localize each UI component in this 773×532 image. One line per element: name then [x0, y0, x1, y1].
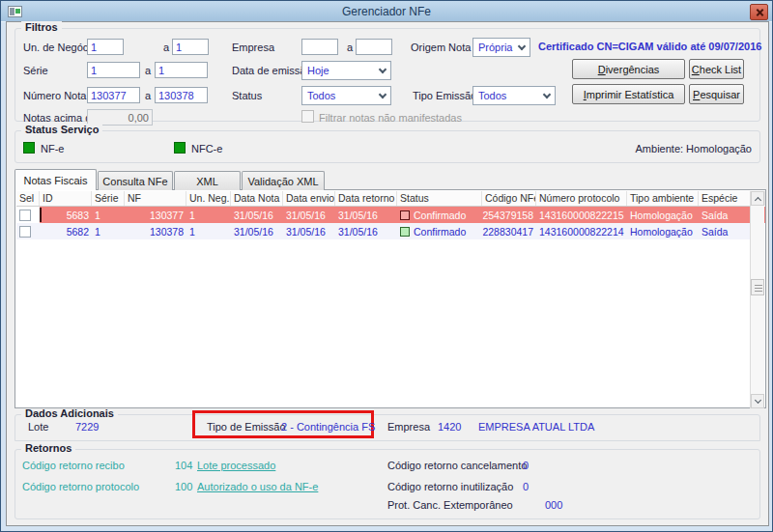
- ambiente-label: Ambiente: Homologação: [636, 143, 752, 154]
- col-sel[interactable]: Sel: [16, 191, 40, 206]
- cell-data-nota: 31/05/16: [231, 223, 283, 239]
- status-servico-legend: Status Serviço: [21, 124, 102, 135]
- status-select[interactable]: Todos: [301, 86, 391, 105]
- col-data-envio[interactable]: Data envio: [283, 191, 335, 206]
- col-numero-protocolo[interactable]: Número protocolo: [536, 191, 627, 206]
- pesquisar-button-label: P: [693, 89, 700, 100]
- serie-label: Série: [23, 65, 48, 76]
- data-emissao-label: Data de emissão: [232, 65, 312, 76]
- cell-numero-protocolo: 143160000822214: [536, 223, 627, 239]
- nfe-label: NF-e: [41, 143, 64, 154]
- cell-data-retorno: 31/05/16: [335, 223, 397, 239]
- cell-nf: 130378: [125, 223, 186, 239]
- tab-validacao-xml[interactable]: Validação XML: [242, 171, 325, 190]
- numero-nota-label: Número Nota: [23, 90, 86, 101]
- empresa-from-input[interactable]: [301, 39, 338, 55]
- col-data-retorno[interactable]: Data retorno: [335, 191, 397, 206]
- chevron-down-icon: [518, 42, 526, 49]
- cell-un-neg: 1: [186, 207, 231, 223]
- col-serie[interactable]: Série: [92, 191, 125, 206]
- tipo-emissao-label: Tipo Emissão: [413, 90, 476, 101]
- col-codigo-nfe[interactable]: Código NFe: [482, 191, 536, 206]
- notas-acima-label: Notas acima de: [23, 112, 97, 124]
- certificado-text: Certificado CN=CIGAM válido até 09/07/20…: [538, 41, 761, 52]
- notas-grid-panel: Sel ID Série NF Un. Neg. Data Nota Data …: [14, 189, 766, 408]
- serie-to-input[interactable]: [155, 62, 208, 78]
- cell-data-envio: 31/05/16: [283, 207, 335, 223]
- cell-nf: 130377: [125, 207, 186, 223]
- data-emissao-select[interactable]: Hoje: [301, 61, 391, 80]
- status-filter-label: Status: [232, 90, 262, 101]
- chevron-down-icon: [379, 90, 386, 98]
- un-negocio-label: Un. de Negócio: [23, 42, 97, 53]
- arrow-up-icon: [754, 196, 760, 203]
- numero-nota-to-input[interactable]: [155, 87, 208, 103]
- tipo-emissao-select[interactable]: Todos: [472, 86, 556, 105]
- cell-data-nota: 31/05/16: [231, 207, 283, 223]
- empresa-to-input[interactable]: [356, 39, 392, 55]
- prot-canc-extemporaneo-value: 000: [545, 499, 562, 511]
- retorno-protocolo-code: 100: [175, 481, 192, 492]
- table-row[interactable]: 5683 1 130377 1 31/05/16 31/05/16 31/05/…: [16, 207, 750, 223]
- un-negocio-from-input[interactable]: [87, 39, 124, 55]
- lote-value: 7229: [75, 421, 99, 433]
- row-checkbox[interactable]: [19, 226, 31, 238]
- grip-icon: [755, 285, 762, 286]
- status-select-value: Todos: [307, 90, 335, 101]
- imprimir-estatistica-button[interactable]: Imprimir Estatística: [572, 84, 685, 104]
- retorno-recibo-label: Código retorno recibo: [22, 460, 125, 471]
- divergencias-button[interactable]: Divergências: [572, 59, 685, 79]
- col-data-nota[interactable]: Data Nota: [231, 191, 283, 206]
- title-bar: Gerenciador NFe: [1, 1, 772, 22]
- col-nf[interactable]: NF: [125, 191, 186, 206]
- chevron-down-icon: [379, 65, 386, 72]
- retorno-recibo-link[interactable]: Lote processado: [197, 460, 275, 471]
- row-checkbox[interactable]: [19, 210, 31, 221]
- col-tipo-ambiente[interactable]: Tipo ambiente: [627, 191, 699, 206]
- retorno-protocolo-label: Código retorno protocolo: [22, 481, 139, 492]
- un-negocio-to-input[interactable]: [172, 39, 209, 55]
- pesquisar-button[interactable]: Pesquisar: [689, 84, 744, 104]
- lote-label: Lote: [28, 421, 48, 433]
- close-button[interactable]: [750, 4, 768, 20]
- status-confirmado-icon: [400, 227, 410, 237]
- empresa-name: EMPRESA ATUAL LTDA: [478, 421, 594, 433]
- tab-consulta-nfe[interactable]: Consulta NFe: [98, 171, 173, 190]
- retorno-protocolo-link[interactable]: Autorizado o uso da NF-e: [197, 481, 318, 492]
- tab-notas-fiscais[interactable]: Notas Fiscais: [14, 169, 97, 190]
- nfe-status-indicator: [23, 142, 35, 154]
- filtrar-nao-manifestadas-checkbox: [301, 110, 314, 123]
- origem-nota-label: Origem Nota: [411, 42, 471, 53]
- status-confirmado-icon: [400, 210, 410, 220]
- scroll-down-button[interactable]: [751, 394, 764, 408]
- filtros-legend: Filtros: [21, 21, 62, 33]
- table-row[interactable]: 5682 1 130378 1 31/05/16 31/05/16 31/05/…: [16, 223, 750, 239]
- serie-from-input[interactable]: [87, 62, 140, 78]
- cell-data-envio: 31/05/16: [283, 223, 335, 239]
- scroll-up-button[interactable]: [751, 191, 764, 206]
- cell-un-neg: 1: [186, 223, 231, 239]
- retorno-inutilizacao-label: Código retorno inutilização: [387, 481, 513, 492]
- nfce-label: NFC-e: [191, 143, 222, 154]
- cell-tipo-ambiente: Homologação: [627, 223, 699, 239]
- tipo-emissao-detail-label: Tipo de Emissão: [207, 421, 286, 433]
- empresa-code: 1420: [438, 421, 461, 433]
- col-un-neg[interactable]: Un. Neg.: [186, 191, 231, 206]
- cell-codigo-nfe: 228830417: [482, 223, 536, 239]
- vertical-scrollbar[interactable]: [750, 191, 764, 408]
- scrollbar-thumb[interactable]: [751, 279, 764, 295]
- tab-xml[interactable]: XML: [174, 171, 241, 190]
- empresa-detail-label: Empresa: [387, 421, 430, 433]
- arrow-down-icon: [754, 397, 760, 404]
- col-status[interactable]: Status: [397, 191, 482, 206]
- cell-serie: 1: [92, 207, 125, 223]
- divergencias-button-label: D: [598, 64, 606, 75]
- cell-id: 5683: [40, 207, 92, 223]
- numero-nota-from-input[interactable]: [87, 87, 140, 103]
- status-servico-group: Status Serviço NF-e NFC-e Ambiente: Homo…: [14, 130, 760, 163]
- un-negocio-conj: a: [163, 42, 169, 53]
- origem-nota-select[interactable]: Própria: [472, 38, 530, 57]
- col-id[interactable]: ID: [40, 191, 92, 206]
- check-list-button-label: C: [692, 64, 700, 75]
- check-list-button[interactable]: Check List: [689, 59, 744, 79]
